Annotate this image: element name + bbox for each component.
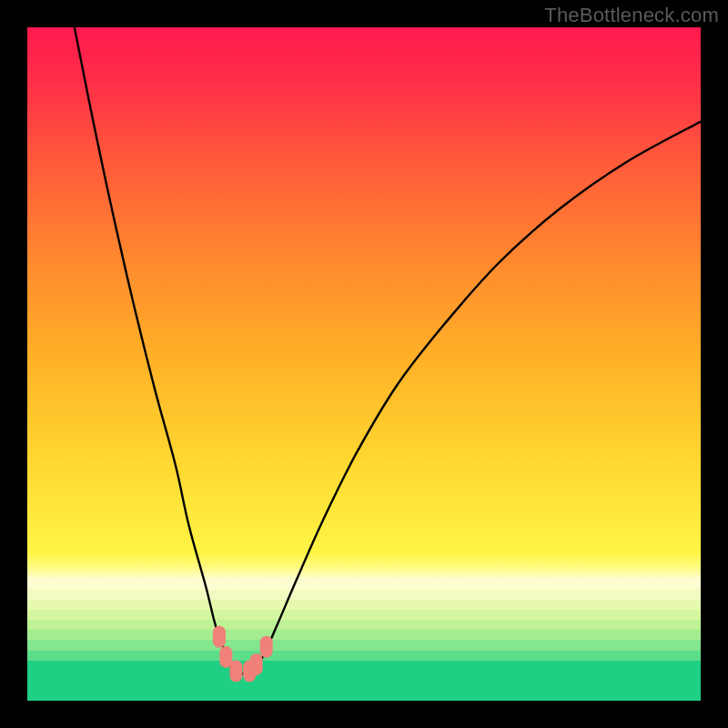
marker-dot: [260, 636, 273, 658]
plot-area: [27, 27, 701, 701]
watermark-text: TheBottleneck.com: [544, 4, 719, 27]
marker-dot: [213, 626, 226, 648]
bottleneck-curve: [75, 27, 701, 674]
chart-frame: TheBottleneck.com: [0, 0, 728, 728]
marker-dot: [229, 660, 242, 682]
marker-dot: [250, 653, 263, 675]
curve-layer: [27, 27, 701, 701]
